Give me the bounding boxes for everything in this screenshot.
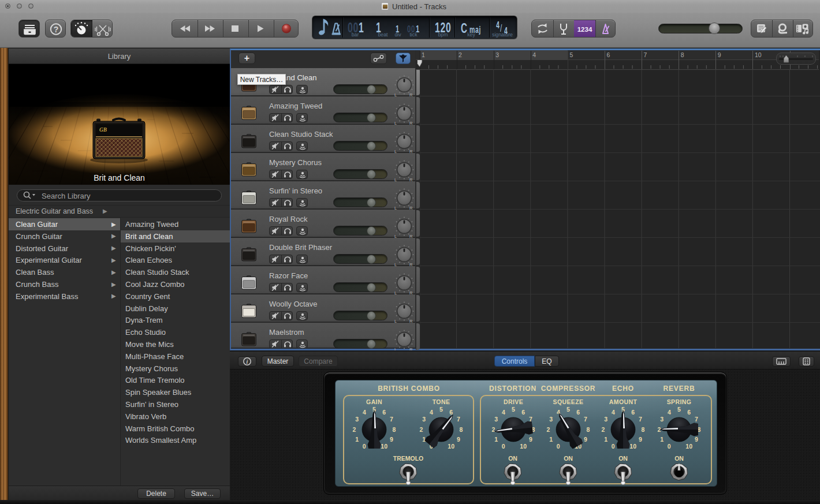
- svg-text:1: 1: [549, 436, 553, 443]
- svg-text:1: 1: [660, 436, 664, 443]
- svg-text:i: i: [247, 359, 248, 365]
- svg-text:1: 1: [355, 436, 359, 443]
- svg-text:7: 7: [390, 416, 393, 423]
- svg-text:0: 0: [557, 443, 560, 450]
- svg-text:9: 9: [457, 436, 460, 443]
- svg-text:6: 6: [687, 409, 691, 416]
- svg-text:7: 7: [695, 416, 698, 423]
- svg-text:4: 4: [363, 409, 366, 416]
- svg-text:4: 4: [668, 409, 671, 416]
- svg-text:3: 3: [549, 416, 553, 423]
- svg-text:5: 5: [566, 406, 570, 413]
- svg-text:0: 0: [612, 443, 615, 450]
- svg-text:6: 6: [521, 409, 525, 416]
- svg-text:5: 5: [439, 406, 443, 413]
- svg-text:5: 5: [512, 406, 515, 413]
- svg-text:8: 8: [587, 426, 590, 433]
- svg-text:0: 0: [363, 443, 366, 450]
- svg-text:0: 0: [502, 443, 505, 450]
- svg-text:9: 9: [639, 436, 642, 443]
- svg-text:6: 6: [631, 409, 635, 416]
- svg-text:3: 3: [494, 416, 498, 423]
- svg-text:1: 1: [604, 436, 607, 443]
- svg-text:10: 10: [381, 443, 387, 450]
- svg-text:GB: GB: [99, 127, 107, 133]
- svg-text:1234: 1234: [577, 26, 592, 33]
- svg-text:1: 1: [422, 436, 426, 443]
- svg-text:8: 8: [393, 426, 396, 433]
- svg-text:10: 10: [629, 443, 636, 450]
- svg-text:4: 4: [430, 409, 433, 416]
- svg-text:3: 3: [660, 416, 664, 423]
- svg-text:9: 9: [695, 436, 698, 443]
- svg-text:?: ?: [54, 25, 59, 34]
- svg-text:7: 7: [639, 416, 642, 423]
- svg-text:8: 8: [642, 426, 645, 433]
- svg-text:0: 0: [668, 443, 671, 450]
- svg-text:2: 2: [420, 426, 423, 433]
- svg-text:6: 6: [449, 409, 453, 416]
- svg-text:2: 2: [658, 426, 661, 433]
- svg-text:7: 7: [457, 416, 460, 423]
- svg-text:9: 9: [584, 436, 587, 443]
- svg-text:6: 6: [576, 409, 580, 416]
- svg-text:6: 6: [382, 409, 386, 416]
- svg-text:10: 10: [520, 443, 527, 450]
- svg-text:2: 2: [353, 426, 356, 433]
- svg-text:9: 9: [529, 436, 532, 443]
- svg-text:7: 7: [584, 416, 587, 423]
- svg-text:8: 8: [460, 426, 463, 433]
- svg-text:10: 10: [448, 443, 454, 450]
- svg-text:2: 2: [602, 426, 605, 433]
- svg-text:1: 1: [494, 436, 498, 443]
- svg-text:4: 4: [502, 409, 505, 416]
- svg-text:3: 3: [604, 416, 607, 423]
- svg-text:2: 2: [547, 426, 550, 433]
- svg-text:10: 10: [685, 443, 692, 450]
- svg-text:5: 5: [677, 406, 681, 413]
- svg-text:4: 4: [612, 409, 615, 416]
- svg-text:9: 9: [390, 436, 393, 443]
- svg-text:3: 3: [422, 416, 426, 423]
- svg-text:2: 2: [492, 426, 495, 433]
- svg-text:3: 3: [355, 416, 359, 423]
